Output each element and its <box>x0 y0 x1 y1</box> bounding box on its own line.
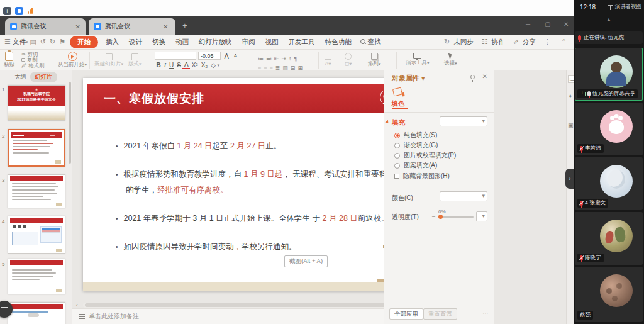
sync-label: 未同步 <box>453 38 474 47</box>
effects-strip-icon[interactable]: ✦ <box>568 93 573 99</box>
bullet-item: 根据疫情形势和教育教学进度，自 1 月 9 日起， 无课程、考试安排和重要科研任… <box>116 167 416 198</box>
more-vertical-icon[interactable]: ⋮ <box>542 38 553 46</box>
file-menu[interactable]: 文件 <box>13 38 26 47</box>
tab-slideshow[interactable]: 幻灯片放映 <box>194 36 237 48</box>
close-panel-icon[interactable]: ✕ <box>482 73 487 80</box>
video-tile[interactable]: 4-张蜜文 <box>575 157 643 210</box>
network-signal-icon[interactable] <box>28 5 33 16</box>
view-mode-toggle[interactable]: 演讲者视图 <box>608 3 642 11</box>
share-icon: ⇗ <box>511 38 521 46</box>
scroll-left-icon[interactable]: ‹ <box>76 303 78 308</box>
video-tile[interactable]: 蔡强 <box>575 267 643 322</box>
slide-thumbnail-4[interactable] <box>8 216 65 254</box>
option-gradient-fill[interactable]: 渐变填充(G) <box>394 141 438 150</box>
char-spacing-input[interactable]: -0.05 <box>198 52 221 60</box>
new-tab-button[interactable]: + <box>182 21 187 30</box>
pin-icon[interactable] <box>470 75 475 79</box>
apply-all-button[interactable]: 全部应用 <box>389 308 423 320</box>
maximize-button[interactable]: ▢ <box>545 21 550 28</box>
select-button[interactable]: 选择▾ <box>444 53 457 67</box>
flag-icon[interactable]: ⚑ <box>57 38 67 46</box>
transparency-slider[interactable] <box>438 216 474 218</box>
slides-tab[interactable]: 幻灯片 <box>30 72 57 82</box>
bullet-item: 如因疫情原因导致开学时间变动，学校另行通知。 <box>116 239 416 255</box>
video-tile[interactable]: 李若炜 <box>575 103 643 155</box>
share-button[interactable]: ⇗分享 <box>511 38 536 47</box>
menu-icon[interactable]: ☰ <box>3 38 13 46</box>
search-box[interactable]: 查找 <box>360 38 381 47</box>
info-icon[interactable]: i <box>3 4 11 15</box>
minus-icon[interactable]: – <box>432 213 435 220</box>
tab-animation[interactable]: 动画 <box>170 36 194 48</box>
play-from-current-button[interactable]: 从当前开始▾ <box>58 52 87 69</box>
browser-tab-1[interactable]: 腾讯会议 ✕ <box>5 18 86 35</box>
option-picture-fill[interactable]: 图片或纹理填充(P) <box>394 151 456 160</box>
paste-button[interactable]: 粘贴 <box>4 52 14 69</box>
collapse-sidebar-handle[interactable]: › <box>565 169 574 189</box>
highlight-button[interactable]: ◇ <box>209 62 218 69</box>
share-label: 分享 <box>523 38 536 47</box>
slide-thumbnail-1[interactable]: ❀ 机械与运载学院 2017级本科生年级大会 <box>8 85 65 121</box>
transparency-spinner[interactable] <box>476 211 487 221</box>
thumbnails-scrollbar[interactable] <box>69 82 71 164</box>
media-strip-icon[interactable]: ▣ <box>568 122 574 128</box>
video-tile[interactable]: 陈晓宁 <box>575 212 643 265</box>
sync-status[interactable]: ↻未同步 <box>442 38 474 47</box>
fill-section-label[interactable]: 填充 <box>392 118 405 127</box>
outline-tab[interactable]: 大纲 <box>15 73 26 81</box>
redo-icon[interactable]: ↻ <box>48 38 57 46</box>
video-tile-screen-share[interactable]: 伍元虎的屏幕共享 <box>575 48 643 101</box>
color-dropdown[interactable] <box>440 191 487 201</box>
text-tool-button[interactable]: A▾ <box>325 53 331 67</box>
tab-special[interactable]: 特色功能 <box>320 36 357 48</box>
subscript-button[interactable]: X₂ <box>199 62 209 69</box>
reset-background-button[interactable]: 重置背景 <box>423 308 457 320</box>
screenshot-hint-badge: 截图(Alt + A) <box>284 255 328 267</box>
shield-icon[interactable] <box>15 4 23 15</box>
collab-button[interactable]: ☷协作 <box>480 38 505 47</box>
tab-view[interactable]: 视图 <box>260 36 284 48</box>
close-tab-icon[interactable]: ✕ <box>75 23 80 30</box>
font-name-input[interactable] <box>155 52 196 60</box>
present-tools-button[interactable]: 演示工具▾ <box>406 53 430 67</box>
decrease-font-icon[interactable]: A <box>232 53 238 59</box>
more-horizontal-icon[interactable]: ⋯ <box>482 310 489 316</box>
tab-home[interactable]: 开始 <box>70 36 98 48</box>
format-painter-button[interactable]: 🖉 格式刷 <box>21 63 44 69</box>
tab-design[interactable]: 设计 <box>124 36 147 48</box>
layout-button[interactable]: 版式▾ <box>128 53 142 68</box>
browser-tab-2[interactable]: 腾讯会议 ✕ <box>89 18 175 35</box>
superscript-button[interactable]: X² <box>190 62 199 69</box>
option-pattern-fill[interactable]: 图案填充(A) <box>394 161 437 170</box>
minimize-button[interactable]: ─ <box>526 21 530 28</box>
collapse-videos-icon[interactable]: ▲ <box>606 16 612 23</box>
increase-font-icon[interactable]: A <box>223 52 230 60</box>
screen: i 腾讯会议 ✕ 腾讯会议 ✕ + ─ ▢ ✕ ☰ 文件 ▾ ▤ ↺ ↻ ⚑ 开… <box>0 0 644 324</box>
save-icon[interactable]: ▤ <box>28 38 38 46</box>
arrange-button[interactable]: 排列▾ <box>368 53 381 68</box>
fill-tab[interactable]: 填色 <box>392 99 404 108</box>
new-slide-button[interactable]: 新建幻灯片▾ <box>94 53 123 68</box>
italic-button[interactable]: I <box>162 62 167 69</box>
close-tab-icon[interactable]: ✕ <box>163 23 168 30</box>
tab-review[interactable]: 审阅 <box>237 36 260 48</box>
slide-thumbnail-3[interactable] <box>8 174 65 208</box>
fill-preset-dropdown[interactable] <box>440 116 487 126</box>
slide-thumbnail-5[interactable] <box>8 259 65 294</box>
notes-drag-handle[interactable] <box>28 313 39 317</box>
tab-devtools[interactable]: 开发工具 <box>284 36 320 48</box>
tab-insert[interactable]: 插入 <box>101 36 124 48</box>
avatar <box>600 220 633 252</box>
option-hide-background[interactable]: 隐藏背景图形(H) <box>394 172 450 181</box>
slide-thumbnail-2-selected[interactable] <box>8 129 65 167</box>
tab-transition[interactable]: 切换 <box>147 36 170 48</box>
undo-icon[interactable]: ↺ <box>38 38 48 46</box>
option-solid-fill[interactable]: 纯色填充(S) <box>394 131 437 140</box>
strikethrough-button[interactable]: S <box>175 62 183 69</box>
close-window-button[interactable]: ✕ <box>564 21 569 28</box>
shapes-button[interactable]: ◻▾ <box>345 53 352 67</box>
bold-button[interactable]: B <box>155 62 162 69</box>
underline-button[interactable]: U <box>168 62 175 69</box>
font-color-button[interactable]: A <box>182 61 190 69</box>
collapse-ribbon-icon[interactable]: ⌃ <box>559 38 569 46</box>
